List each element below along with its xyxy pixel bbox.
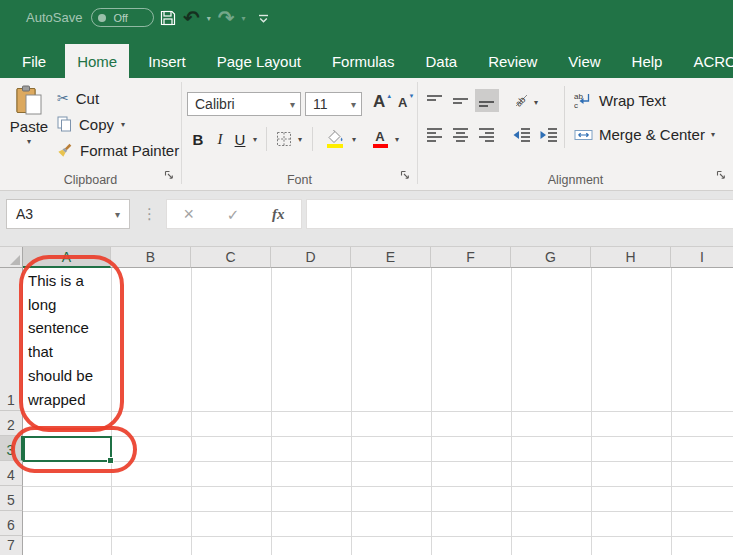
align-right-button[interactable] [479, 128, 495, 146]
tab-review[interactable]: Review [476, 44, 549, 78]
cells-area[interactable]: This is a long sentence that should be w… [23, 268, 733, 555]
row-header-2[interactable]: 2 [0, 411, 23, 436]
clipboard-dialog-launcher[interactable] [164, 166, 174, 184]
bottom-align-button[interactable] [475, 89, 499, 112]
orientation-dropdown-caret[interactable]: ▾ [534, 98, 538, 107]
column-header-e[interactable]: E [351, 247, 431, 268]
column-header-b[interactable]: B [111, 247, 191, 268]
wrap-text-button[interactable]: ab c Wrap Text [574, 92, 666, 109]
font-size-caret[interactable]: ▾ [351, 99, 356, 110]
ribbon-tab-bar: File Home Insert Page Layout Formulas Da… [0, 36, 733, 78]
align-left-button[interactable] [427, 128, 443, 146]
row-header-4[interactable]: 4 [0, 461, 23, 486]
column-header-i[interactable]: I [671, 247, 733, 268]
fill-handle[interactable] [107, 457, 114, 464]
paste-dropdown-caret[interactable]: ▾ [27, 137, 31, 146]
cell-a1-wrapped-text[interactable]: This is a long sentence that should be w… [28, 269, 110, 411]
save-button[interactable] [160, 10, 176, 26]
redo-dropdown-caret[interactable]: ▾ [242, 14, 246, 23]
tab-home[interactable]: Home [65, 44, 129, 78]
top-align-button[interactable] [427, 94, 443, 112]
fill-color-button[interactable] [324, 127, 346, 151]
name-box-dropdown-caret[interactable]: ▾ [115, 209, 120, 220]
tab-file[interactable]: File [10, 44, 58, 78]
borders-button[interactable] [274, 127, 294, 151]
merge-center-dropdown-caret[interactable]: ▾ [711, 130, 715, 139]
tab-help[interactable]: Help [620, 44, 675, 78]
tab-formulas[interactable]: Formulas [320, 44, 407, 78]
copy-icon [57, 116, 72, 132]
format-painter-button[interactable]: Format Painter [57, 137, 179, 163]
column-header-g[interactable]: G [511, 247, 591, 268]
font-name-caret[interactable]: ▾ [290, 99, 295, 110]
redo-button[interactable]: ↷ [218, 8, 235, 28]
tab-view[interactable]: View [556, 44, 612, 78]
increase-font-size-button[interactable]: A ▲ [373, 93, 392, 110]
paste-button[interactable]: Paste ▾ [6, 85, 52, 146]
cell-a1-line: sentence [28, 316, 110, 340]
borders-dropdown-caret[interactable]: ▾ [294, 127, 306, 151]
font-size-combo[interactable]: 11 ▾ [305, 92, 362, 116]
increase-indent-button[interactable] [540, 128, 557, 146]
font-color-dropdown-caret[interactable]: ▾ [391, 127, 403, 151]
title-bar: AutoSave Off ↶ ▾ ↷ ▾ [0, 0, 733, 36]
orientation-icon: ab [513, 91, 531, 109]
row-header-1[interactable]: 1 [0, 268, 23, 411]
svg-text:c: c [574, 101, 578, 109]
column-header-c[interactable]: C [191, 247, 271, 268]
cancel-icon[interactable]: × [183, 205, 194, 223]
column-header-a[interactable]: A [23, 247, 111, 268]
select-all-button[interactable] [0, 247, 23, 268]
name-box-value: A3 [16, 206, 33, 222]
font-name-combo[interactable]: Calibri ▾ [187, 92, 301, 116]
selected-cell-a3[interactable] [23, 436, 112, 462]
align-center-button[interactable] [453, 128, 469, 146]
merge-center-label: Merge & Center [599, 126, 705, 143]
row-header-6[interactable]: 6 [0, 511, 23, 536]
bold-icon: B [193, 131, 204, 148]
tab-data[interactable]: Data [413, 44, 469, 78]
italic-button[interactable]: I [211, 127, 229, 151]
insert-function-icon[interactable]: fx [272, 206, 285, 223]
underline-dropdown-caret[interactable]: ▾ [249, 127, 261, 151]
font-color-icon: A [375, 130, 384, 143]
font-dialog-launcher[interactable] [400, 166, 410, 184]
formula-bar-buttons: × ✓ fx [166, 199, 302, 229]
copy-button[interactable]: Copy ▾ [57, 111, 179, 137]
enter-icon[interactable]: ✓ [227, 207, 240, 222]
decrease-font-size-button[interactable]: A ▼ [398, 93, 414, 109]
undo-button[interactable]: ↶ [183, 8, 200, 28]
row-header-5[interactable]: 5 [0, 486, 23, 511]
column-header-h[interactable]: H [591, 247, 671, 268]
row-header-3[interactable]: 3 [0, 436, 23, 461]
orientation-button[interactable]: ab [513, 91, 531, 113]
cell-a1-line: wrapped [28, 388, 110, 412]
alignment-separator [564, 86, 565, 148]
bold-button[interactable]: B [188, 127, 208, 151]
align-right-icon [479, 128, 495, 142]
decrease-indent-button[interactable] [513, 128, 530, 146]
row-header-7[interactable]: 7 [0, 536, 23, 555]
alignment-dialog-launcher[interactable] [716, 166, 726, 184]
tab-acrobat[interactable]: ACROBAT [681, 44, 733, 78]
merge-center-button[interactable]: Merge & Center ▾ [574, 126, 715, 143]
copy-label: Copy [79, 116, 114, 133]
tab-insert[interactable]: Insert [136, 44, 198, 78]
merge-center-icon [574, 128, 593, 142]
copy-dropdown-caret[interactable]: ▾ [121, 120, 125, 129]
autosave-toggle[interactable]: Off [91, 8, 154, 27]
undo-dropdown-caret[interactable]: ▾ [207, 14, 211, 23]
formula-input[interactable] [306, 199, 733, 229]
fill-color-dropdown-caret[interactable]: ▾ [348, 127, 360, 151]
column-header-d[interactable]: D [271, 247, 351, 268]
align-left-icon [427, 128, 443, 142]
customize-quick-access-button[interactable] [257, 12, 270, 25]
name-box[interactable]: A3 ▾ [6, 199, 130, 229]
underline-button[interactable]: U [231, 127, 249, 151]
column-header-f[interactable]: F [431, 247, 511, 268]
font-color-button[interactable]: A [370, 127, 390, 151]
formula-bar-drag-handle[interactable]: ⋮ [142, 199, 157, 229]
cut-button[interactable]: ✂ Cut [57, 85, 179, 111]
tab-page-layout[interactable]: Page Layout [205, 44, 313, 78]
middle-align-button[interactable] [453, 94, 469, 112]
